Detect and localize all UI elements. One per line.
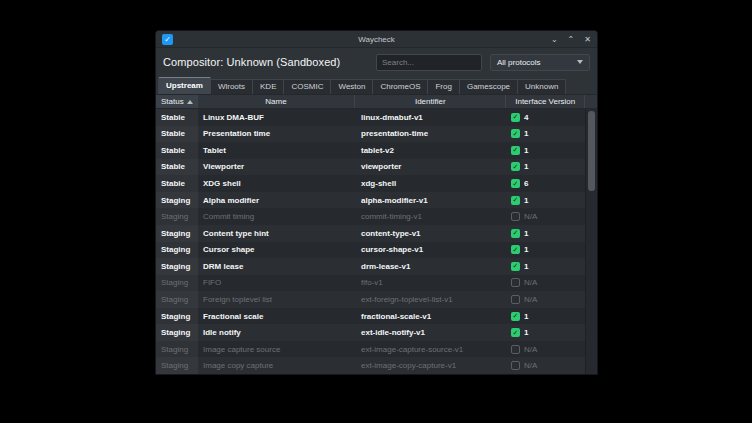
search-input[interactable] xyxy=(376,54,482,71)
scrollbar-thumb[interactable] xyxy=(588,111,595,191)
identifier-cell: ext-foreign-toplevel-list-v1 xyxy=(356,291,508,308)
status-cell: Staging xyxy=(156,258,198,275)
minimize-icon[interactable]: ⌄ xyxy=(551,34,558,45)
table-row[interactable]: Staging FIFO fifo-v1 N/A xyxy=(156,275,585,292)
name-cell: XDG shell xyxy=(198,175,356,192)
titlebar[interactable]: ✓ Waycheck ⌄ ⌃ ✕ xyxy=(156,31,597,48)
header-scrollbar-spacer xyxy=(585,95,597,108)
version-cell: ✓ 1 xyxy=(508,142,585,159)
status-header-label: Status xyxy=(161,97,184,106)
version-value: N/A xyxy=(524,295,537,304)
name-cell: Foreign toplevel list xyxy=(198,291,356,308)
identifier-cell: cursor-shape-v1 xyxy=(356,242,508,259)
tab-gamescope[interactable]: Gamescope xyxy=(460,79,518,94)
table-area: Stable Linux DMA-BUF linux-dmabuf-v1 ✓ 4… xyxy=(156,109,597,374)
table-row[interactable]: Staging Commit timing commit-timing-v1 N… xyxy=(156,208,585,225)
version-cell: ✓ 1 xyxy=(508,258,585,275)
column-header-name[interactable]: Name xyxy=(198,95,355,108)
waycheck-app-icon[interactable]: ✓ xyxy=(162,34,173,45)
version-value: N/A xyxy=(524,345,537,354)
name-cell: Cursor shape xyxy=(198,242,356,259)
table-row[interactable]: Staging Image copy capture ext-image-cop… xyxy=(156,357,585,374)
table-row[interactable]: Staging Fractional scale fractional-scal… xyxy=(156,308,585,325)
tab-frog[interactable]: Frog xyxy=(428,79,459,94)
availability-checkbox: ✓ xyxy=(511,196,520,205)
tab-weston[interactable]: Weston xyxy=(331,79,373,94)
maximize-icon[interactable]: ⌃ xyxy=(568,34,575,45)
table-row[interactable]: Staging Alpha modifier alpha-modifier-v1… xyxy=(156,192,585,209)
table-header: Status Name Identifier Interface Version xyxy=(156,94,597,109)
version-cell: N/A xyxy=(508,291,585,308)
version-value: 4 xyxy=(524,113,528,122)
name-cell: Fractional scale xyxy=(198,308,356,325)
tab-upstream[interactable]: Upstream xyxy=(158,77,211,94)
availability-checkbox: ✓ xyxy=(511,245,520,254)
status-cell: Staging xyxy=(156,324,198,341)
status-cell: Staging xyxy=(156,208,198,225)
name-cell: Commit timing xyxy=(198,208,356,225)
name-cell: Alpha modifier xyxy=(198,192,356,209)
identifier-cell: xdg-shell xyxy=(356,175,508,192)
version-cell: N/A xyxy=(508,341,585,358)
tab-kde[interactable]: KDE xyxy=(253,79,284,94)
column-header-identifier[interactable]: Identifier xyxy=(355,95,506,108)
table-row[interactable]: Stable Viewporter viewporter ✓ 1 xyxy=(156,159,585,176)
column-header-status[interactable]: Status xyxy=(156,95,198,108)
version-cell: ✓ 1 xyxy=(508,159,585,176)
close-icon[interactable]: ✕ xyxy=(584,34,591,45)
name-cell: Linux DMA-BUF xyxy=(198,109,356,126)
protocol-filter-dropdown[interactable]: All protocols xyxy=(490,54,590,71)
table-row[interactable]: Staging Content type hint content-type-v… xyxy=(156,225,585,242)
identifier-cell: ext-image-capture-source-v1 xyxy=(356,341,508,358)
version-value: 1 xyxy=(524,162,528,171)
tab-unknown[interactable]: Unknown xyxy=(518,79,566,94)
version-cell: ✓ 1 xyxy=(508,242,585,259)
table-row[interactable]: Stable Linux DMA-BUF linux-dmabuf-v1 ✓ 4 xyxy=(156,109,585,126)
waycheck-window: ✓ Waycheck ⌄ ⌃ ✕ Compositor: Unknown (Sa… xyxy=(155,30,598,375)
version-cell: N/A xyxy=(508,357,585,374)
sort-ascending-icon xyxy=(187,100,193,104)
table-row[interactable]: Staging Cursor shape cursor-shape-v1 ✓ 1 xyxy=(156,242,585,259)
version-value: 1 xyxy=(524,146,528,155)
availability-checkbox: ✓ xyxy=(511,328,520,337)
identifier-cell: fifo-v1 xyxy=(356,275,508,292)
version-value: N/A xyxy=(524,361,537,370)
identifier-cell: content-type-v1 xyxy=(356,225,508,242)
availability-checkbox: ✓ xyxy=(511,113,520,122)
column-header-version[interactable]: Interface Version xyxy=(506,95,585,108)
toolbar: Compositor: Unknown (Sandboxed) All prot… xyxy=(156,48,597,76)
identifier-cell: commit-timing-v1 xyxy=(356,208,508,225)
status-cell: Stable xyxy=(156,159,198,176)
name-cell: Idle notify xyxy=(198,324,356,341)
table-row[interactable]: Stable XDG shell xdg-shell ✓ 6 xyxy=(156,175,585,192)
compositor-label: Compositor: Unknown (Sandboxed) xyxy=(163,56,340,68)
identifier-cell: viewporter xyxy=(356,159,508,176)
availability-checkbox xyxy=(511,361,520,370)
window-title: Waycheck xyxy=(156,35,597,44)
table-row[interactable]: Staging Idle notify ext-idle-notify-v1 ✓… xyxy=(156,324,585,341)
tab-cosmic[interactable]: COSMIC xyxy=(284,79,331,94)
availability-checkbox xyxy=(511,278,520,287)
table-body: Stable Linux DMA-BUF linux-dmabuf-v1 ✓ 4… xyxy=(156,109,585,374)
status-cell: Stable xyxy=(156,109,198,126)
vertical-scrollbar[interactable] xyxy=(585,109,597,374)
version-value: 1 xyxy=(524,262,528,271)
identifier-cell: presentation-time xyxy=(356,126,508,143)
availability-checkbox: ✓ xyxy=(511,129,520,138)
table-row[interactable]: Staging Image capture source ext-image-c… xyxy=(156,341,585,358)
tab-wlroots[interactable]: Wlroots xyxy=(211,79,253,94)
availability-checkbox xyxy=(511,295,520,304)
name-cell: Presentation time xyxy=(198,126,356,143)
tab-chromeos[interactable]: ChromeOS xyxy=(373,79,428,94)
table-row[interactable]: Stable Tablet tablet-v2 ✓ 1 xyxy=(156,142,585,159)
table-row[interactable]: Staging DRM lease drm-lease-v1 ✓ 1 xyxy=(156,258,585,275)
version-value: 1 xyxy=(524,245,528,254)
identifier-cell: drm-lease-v1 xyxy=(356,258,508,275)
table-row[interactable]: Stable Presentation time presentation-ti… xyxy=(156,126,585,143)
version-value: 1 xyxy=(524,312,528,321)
status-cell: Staging xyxy=(156,308,198,325)
table-row[interactable]: Staging Foreign toplevel list ext-foreig… xyxy=(156,291,585,308)
name-cell: DRM lease xyxy=(198,258,356,275)
version-cell: ✓ 1 xyxy=(508,225,585,242)
version-cell: ✓ 6 xyxy=(508,175,585,192)
